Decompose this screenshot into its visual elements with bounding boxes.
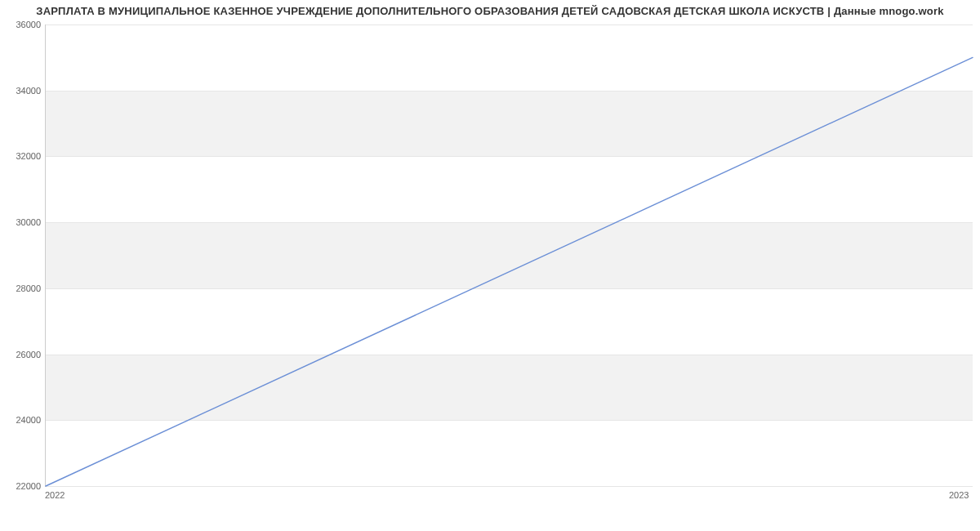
- gridline: [46, 486, 973, 487]
- y-tick-label: 22000: [4, 481, 41, 491]
- line-series: [46, 25, 973, 486]
- y-tick-label: 28000: [4, 283, 41, 293]
- chart-title: ЗАРПЛАТА В МУНИЦИПАЛЬНОЕ КАЗЕННОЕ УЧРЕЖД…: [0, 5, 980, 17]
- y-tick-label: 36000: [4, 20, 41, 29]
- plot-area: [45, 25, 973, 487]
- y-tick-label: 24000: [4, 415, 41, 425]
- y-tick-label: 32000: [4, 151, 41, 161]
- y-tick-label: 30000: [4, 217, 41, 227]
- y-tick-label: 26000: [4, 350, 41, 359]
- x-tick-label: 2022: [45, 490, 65, 500]
- y-tick-label: 34000: [4, 86, 41, 96]
- x-tick-label: 2023: [949, 490, 969, 500]
